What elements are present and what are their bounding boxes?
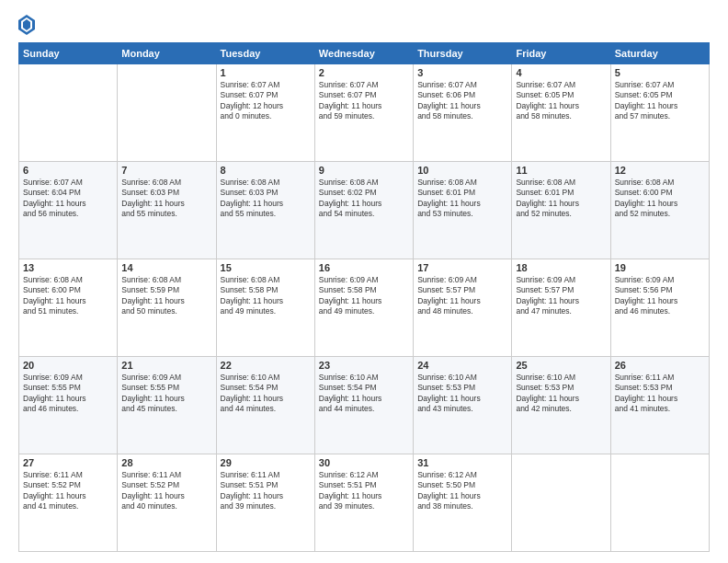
calendar-week-4: 27Sunrise: 6:11 AM Sunset: 5:52 PM Dayli… — [19, 454, 710, 552]
calendar-cell: 14Sunrise: 6:08 AM Sunset: 5:59 PM Dayli… — [118, 259, 216, 357]
day-info: Sunrise: 6:11 AM Sunset: 5:53 PM Dayligh… — [615, 373, 705, 415]
calendar-cell: 23Sunrise: 6:10 AM Sunset: 5:54 PM Dayli… — [314, 357, 413, 454]
day-number: 2 — [319, 67, 409, 78]
day-info: Sunrise: 6:10 AM Sunset: 5:53 PM Dayligh… — [417, 373, 507, 415]
day-number: 20 — [23, 360, 113, 371]
day-number: 6 — [23, 165, 113, 176]
day-number: 25 — [516, 360, 606, 371]
calendar-cell: 4Sunrise: 6:07 AM Sunset: 6:05 PM Daylig… — [512, 64, 610, 162]
day-info: Sunrise: 6:08 AM Sunset: 6:00 PM Dayligh… — [23, 275, 113, 317]
day-info: Sunrise: 6:10 AM Sunset: 5:54 PM Dayligh… — [221, 373, 311, 415]
calendar-cell: 16Sunrise: 6:09 AM Sunset: 5:58 PM Dayli… — [314, 259, 413, 357]
day-number: 1 — [221, 67, 311, 78]
day-info: Sunrise: 6:09 AM Sunset: 5:57 PM Dayligh… — [417, 275, 507, 317]
day-header-friday: Friday — [512, 43, 610, 64]
day-number: 18 — [516, 262, 606, 273]
day-info: Sunrise: 6:08 AM Sunset: 6:01 PM Dayligh… — [516, 178, 606, 220]
day-info: Sunrise: 6:08 AM Sunset: 6:00 PM Dayligh… — [615, 178, 705, 220]
day-number: 26 — [615, 360, 705, 371]
day-info: Sunrise: 6:12 AM Sunset: 5:51 PM Dayligh… — [319, 470, 409, 512]
day-info: Sunrise: 6:09 AM Sunset: 5:55 PM Dayligh… — [121, 373, 211, 415]
calendar-cell: 25Sunrise: 6:10 AM Sunset: 5:53 PM Dayli… — [512, 357, 610, 454]
day-number: 9 — [319, 165, 409, 176]
day-info: Sunrise: 6:07 AM Sunset: 6:07 PM Dayligh… — [221, 80, 311, 122]
day-info: Sunrise: 6:07 AM Sunset: 6:04 PM Dayligh… — [23, 178, 113, 220]
day-info: Sunrise: 6:11 AM Sunset: 5:51 PM Dayligh… — [221, 470, 311, 512]
day-info: Sunrise: 6:07 AM Sunset: 6:06 PM Dayligh… — [417, 80, 507, 122]
day-number: 4 — [516, 67, 606, 78]
calendar-cell — [610, 454, 709, 552]
calendar-cell: 22Sunrise: 6:10 AM Sunset: 5:54 PM Dayli… — [216, 357, 314, 454]
calendar-cell — [118, 64, 216, 162]
calendar-cell: 17Sunrise: 6:09 AM Sunset: 5:57 PM Dayli… — [414, 259, 512, 357]
day-number: 23 — [319, 360, 409, 371]
day-number: 30 — [319, 457, 409, 468]
calendar-cell: 2Sunrise: 6:07 AM Sunset: 6:07 PM Daylig… — [314, 64, 413, 162]
day-number: 8 — [221, 165, 311, 176]
day-number: 19 — [615, 262, 705, 273]
day-number: 24 — [417, 360, 507, 371]
day-header-thursday: Thursday — [414, 43, 512, 64]
calendar-cell: 15Sunrise: 6:08 AM Sunset: 5:58 PM Dayli… — [216, 259, 314, 357]
page: SundayMondayTuesdayWednesdayThursdayFrid… — [0, 0, 728, 563]
calendar-cell — [512, 454, 610, 552]
calendar-cell: 30Sunrise: 6:12 AM Sunset: 5:51 PM Dayli… — [314, 454, 413, 552]
day-header-saturday: Saturday — [610, 43, 709, 64]
day-number: 17 — [417, 262, 507, 273]
calendar-week-2: 13Sunrise: 6:08 AM Sunset: 6:00 PM Dayli… — [19, 259, 710, 357]
day-info: Sunrise: 6:10 AM Sunset: 5:53 PM Dayligh… — [516, 373, 606, 415]
day-info: Sunrise: 6:07 AM Sunset: 6:05 PM Dayligh… — [615, 80, 705, 122]
calendar-week-0: 1Sunrise: 6:07 AM Sunset: 6:07 PM Daylig… — [19, 64, 710, 162]
calendar-cell: 28Sunrise: 6:11 AM Sunset: 5:52 PM Dayli… — [118, 454, 216, 552]
day-header-monday: Monday — [118, 43, 216, 64]
day-info: Sunrise: 6:09 AM Sunset: 5:56 PM Dayligh… — [615, 275, 705, 317]
logo-icon — [18, 15, 35, 35]
calendar-cell: 5Sunrise: 6:07 AM Sunset: 6:05 PM Daylig… — [610, 64, 709, 162]
day-number: 31 — [417, 457, 507, 468]
day-header-sunday: Sunday — [19, 43, 118, 64]
calendar-cell: 9Sunrise: 6:08 AM Sunset: 6:02 PM Daylig… — [314, 162, 413, 259]
calendar-cell: 1Sunrise: 6:07 AM Sunset: 6:07 PM Daylig… — [216, 64, 314, 162]
day-info: Sunrise: 6:09 AM Sunset: 5:57 PM Dayligh… — [516, 275, 606, 317]
day-info: Sunrise: 6:07 AM Sunset: 6:07 PM Dayligh… — [319, 80, 409, 122]
calendar-cell: 6Sunrise: 6:07 AM Sunset: 6:04 PM Daylig… — [19, 162, 118, 259]
day-info: Sunrise: 6:09 AM Sunset: 5:58 PM Dayligh… — [319, 275, 409, 317]
day-info: Sunrise: 6:10 AM Sunset: 5:54 PM Dayligh… — [319, 373, 409, 415]
calendar-header-row: SundayMondayTuesdayWednesdayThursdayFrid… — [19, 43, 710, 64]
calendar-cell: 13Sunrise: 6:08 AM Sunset: 6:00 PM Dayli… — [19, 259, 118, 357]
day-header-tuesday: Tuesday — [216, 43, 314, 64]
day-header-wednesday: Wednesday — [314, 43, 413, 64]
calendar-table: SundayMondayTuesdayWednesdayThursdayFrid… — [18, 42, 710, 552]
calendar-week-1: 6Sunrise: 6:07 AM Sunset: 6:04 PM Daylig… — [19, 162, 710, 259]
calendar-cell: 19Sunrise: 6:09 AM Sunset: 5:56 PM Dayli… — [610, 259, 709, 357]
day-info: Sunrise: 6:08 AM Sunset: 5:59 PM Dayligh… — [121, 275, 211, 317]
day-info: Sunrise: 6:12 AM Sunset: 5:50 PM Dayligh… — [417, 470, 507, 512]
day-number: 10 — [417, 165, 507, 176]
day-info: Sunrise: 6:08 AM Sunset: 6:03 PM Dayligh… — [221, 178, 311, 220]
header — [18, 15, 710, 35]
day-number: 3 — [417, 67, 507, 78]
calendar-cell: 26Sunrise: 6:11 AM Sunset: 5:53 PM Dayli… — [610, 357, 709, 454]
day-info: Sunrise: 6:08 AM Sunset: 5:58 PM Dayligh… — [221, 275, 311, 317]
calendar-cell: 24Sunrise: 6:10 AM Sunset: 5:53 PM Dayli… — [414, 357, 512, 454]
day-number: 14 — [121, 262, 211, 273]
calendar-cell — [19, 64, 118, 162]
day-number: 22 — [221, 360, 311, 371]
calendar-cell: 21Sunrise: 6:09 AM Sunset: 5:55 PM Dayli… — [118, 357, 216, 454]
day-number: 29 — [221, 457, 311, 468]
day-number: 11 — [516, 165, 606, 176]
day-number: 13 — [23, 262, 113, 273]
calendar-cell: 31Sunrise: 6:12 AM Sunset: 5:50 PM Dayli… — [414, 454, 512, 552]
day-number: 15 — [221, 262, 311, 273]
calendar-cell: 10Sunrise: 6:08 AM Sunset: 6:01 PM Dayli… — [414, 162, 512, 259]
day-info: Sunrise: 6:07 AM Sunset: 6:05 PM Dayligh… — [516, 80, 606, 122]
day-info: Sunrise: 6:08 AM Sunset: 6:02 PM Dayligh… — [319, 178, 409, 220]
day-number: 27 — [23, 457, 113, 468]
calendar-cell: 29Sunrise: 6:11 AM Sunset: 5:51 PM Dayli… — [216, 454, 314, 552]
day-info: Sunrise: 6:08 AM Sunset: 6:03 PM Dayligh… — [121, 178, 211, 220]
calendar-cell: 18Sunrise: 6:09 AM Sunset: 5:57 PM Dayli… — [512, 259, 610, 357]
calendar-cell: 8Sunrise: 6:08 AM Sunset: 6:03 PM Daylig… — [216, 162, 314, 259]
calendar-cell: 20Sunrise: 6:09 AM Sunset: 5:55 PM Dayli… — [19, 357, 118, 454]
day-number: 7 — [121, 165, 211, 176]
calendar-week-3: 20Sunrise: 6:09 AM Sunset: 5:55 PM Dayli… — [19, 357, 710, 454]
